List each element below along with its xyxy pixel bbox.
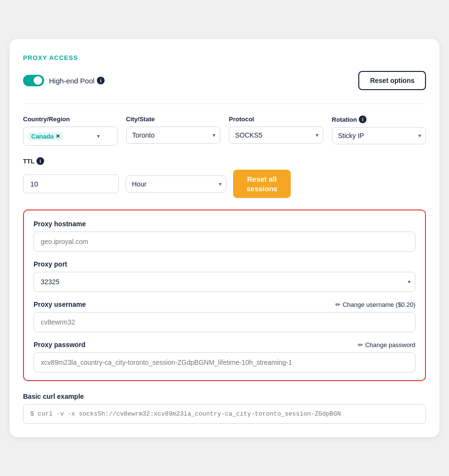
proxy-password-input[interactable]	[34, 352, 415, 372]
high-end-pool-toggle[interactable]	[23, 75, 44, 86]
proxy-password-label: Proxy password	[34, 341, 85, 348]
high-end-pool-info-icon[interactable]: i	[97, 77, 105, 84]
protocol-label: Protocol	[229, 116, 323, 123]
toggle-thumb	[34, 76, 42, 85]
protocol-filter-group: Protocol SOCKS5 HTTP HTTPS ▾	[229, 116, 323, 146]
ttl-unit-select-wrapper: Hour Minute Day ▾	[126, 175, 226, 193]
ttl-info-icon[interactable]: i	[36, 157, 44, 165]
proxy-access-card: PROXY ACCESS High-end Pool i Reset optio…	[10, 39, 439, 437]
curl-label: Basic curl example	[23, 393, 426, 400]
proxy-hostname-header: Proxy hostname	[34, 220, 415, 228]
canada-remove-icon[interactable]: ✕	[56, 133, 60, 139]
reset-all-sessions-button[interactable]: Reset all sessions	[233, 170, 291, 198]
header-row: High-end Pool i Reset options	[23, 71, 426, 90]
rotation-info-icon[interactable]: i	[359, 116, 366, 123]
proxy-password-group: Proxy password ✏ Change password	[34, 341, 415, 372]
protocol-select-wrapper: SOCKS5 HTTP HTTPS ▾	[229, 127, 323, 144]
ttl-section: TTL i Hour Minute Day ▾ Reset all sessio…	[23, 157, 426, 198]
city-select-wrapper: Toronto ▾	[126, 127, 221, 144]
reset-options-button[interactable]: Reset options	[358, 71, 426, 90]
ttl-unit-select[interactable]: Hour Minute Day	[126, 175, 226, 193]
city-filter-group: City/State Toronto ▾	[126, 116, 221, 146]
ttl-value-input[interactable]	[23, 174, 119, 193]
curl-input[interactable]	[23, 404, 426, 424]
curl-section: Basic curl example	[23, 393, 426, 424]
ttl-row: Hour Minute Day ▾ Reset all sessions	[23, 170, 426, 198]
proxy-details-section: Proxy hostname Proxy port 32325 8080 312…	[23, 209, 426, 381]
proxy-hostname-group: Proxy hostname	[34, 220, 415, 252]
canada-tag: Canada ✕	[28, 132, 63, 140]
proxy-username-header: Proxy username ✏ Change username ($0.20)	[34, 301, 415, 308]
pencil-password-icon: ✏	[358, 341, 363, 348]
proxy-port-select[interactable]: 32325 8080 3128	[34, 272, 415, 292]
proxy-hostname-input[interactable]	[34, 232, 415, 252]
rotation-filter-group: Rotation i Sticky IP Rotating ▾	[332, 116, 426, 146]
proxy-port-select-wrapper: 32325 8080 3128 ▾	[34, 272, 415, 292]
rotation-select-wrapper: Sticky IP Rotating ▾	[332, 127, 426, 144]
change-username-link[interactable]: ✏ Change username ($0.20)	[335, 301, 415, 308]
proxy-password-header: Proxy password ✏ Change password	[34, 341, 415, 348]
pencil-icon: ✏	[335, 301, 341, 308]
country-filter-group: Country/Region Canada ✕ ▾	[23, 116, 118, 146]
proxy-hostname-label: Proxy hostname	[34, 220, 86, 228]
rotation-select[interactable]: Sticky IP Rotating	[332, 127, 426, 144]
proxy-username-label: Proxy username	[34, 301, 86, 308]
city-select[interactable]: Toronto	[126, 127, 221, 144]
rotation-label: Rotation i	[332, 116, 426, 123]
country-select[interactable]: Canada ✕ ▾	[23, 127, 118, 146]
divider	[23, 104, 426, 104]
high-end-pool-label: High-end Pool i	[49, 77, 105, 85]
change-password-link[interactable]: ✏ Change password	[358, 341, 415, 348]
country-label: Country/Region	[23, 116, 118, 123]
proxy-port-group: Proxy port 32325 8080 3128 ▾	[34, 260, 415, 292]
city-label: City/State	[126, 116, 221, 123]
filters-row: Country/Region Canada ✕ ▾ City/State Tor…	[23, 116, 426, 146]
protocol-select[interactable]: SOCKS5 HTTP HTTPS	[229, 127, 323, 144]
proxy-port-header: Proxy port	[34, 260, 415, 268]
proxy-username-group: Proxy username ✏ Change username ($0.20)	[34, 301, 415, 332]
section-title: PROXY ACCESS	[23, 54, 426, 61]
proxy-username-input[interactable]	[34, 312, 415, 332]
country-chevron-icon: ▾	[97, 133, 100, 139]
ttl-label: TTL i	[23, 157, 426, 165]
header-left: High-end Pool i	[23, 75, 105, 86]
proxy-port-label: Proxy port	[34, 260, 67, 268]
